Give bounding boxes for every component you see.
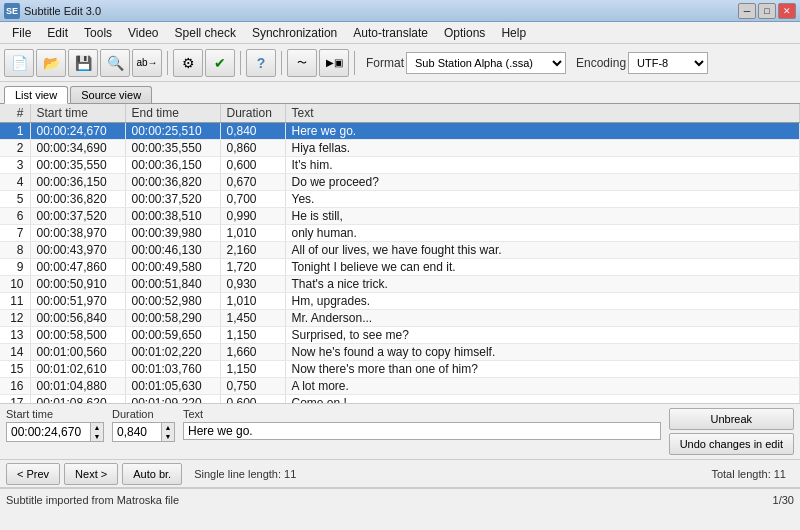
cell-num: 13 [0, 327, 30, 344]
check-button[interactable]: ✔ [205, 49, 235, 77]
cell-num: 17 [0, 395, 30, 405]
col-header-end: End time [125, 104, 220, 123]
table-row[interactable]: 17 00:01:08,620 00:01:09,220 0,600 Come … [0, 395, 800, 405]
table-row[interactable]: 11 00:00:51,970 00:00:52,980 1,010 Hm, u… [0, 293, 800, 310]
new-button[interactable]: 📄 [4, 49, 34, 77]
help-icon-button[interactable]: ? [246, 49, 276, 77]
save-button[interactable]: 💾 [68, 49, 98, 77]
cell-end: 00:00:36,150 [125, 157, 220, 174]
duration-input-wrapper: ▲ ▼ [112, 422, 175, 442]
text-group: Text [183, 408, 661, 440]
cell-start: 00:01:04,880 [30, 378, 125, 395]
text-edit-input[interactable] [183, 422, 661, 440]
start-time-down[interactable]: ▼ [91, 432, 103, 441]
table-row[interactable]: 16 00:01:04,880 00:01:05,630 0,750 A lot… [0, 378, 800, 395]
col-header-text: Text [285, 104, 800, 123]
table-row[interactable]: 14 00:01:00,560 00:01:02,220 1,660 Now h… [0, 344, 800, 361]
cell-text: Mr. Anderson... [285, 310, 800, 327]
start-time-spinner[interactable]: ▲ ▼ [91, 422, 104, 442]
start-time-input[interactable] [6, 422, 91, 442]
cell-text: Tonight I believe we can end it. [285, 259, 800, 276]
cell-end: 00:00:25,510 [125, 123, 220, 140]
video-button[interactable]: ▶▣ [319, 49, 349, 77]
cell-text: Now there's more than one of him? [285, 361, 800, 378]
minimize-button[interactable]: ─ [738, 3, 756, 19]
encoding-select[interactable]: UTF-8 [628, 52, 708, 74]
encoding-label: Encoding [576, 56, 626, 70]
cell-start: 00:00:47,860 [30, 259, 125, 276]
total-length: Total length: 11 [711, 468, 786, 480]
cell-start: 00:00:36,820 [30, 191, 125, 208]
cell-duration: 1,450 [220, 310, 285, 327]
cell-end: 00:00:35,550 [125, 140, 220, 157]
format-select[interactable]: Sub Station Alpha (.ssa) [406, 52, 566, 74]
cell-start: 00:00:38,970 [30, 225, 125, 242]
open-button[interactable]: 📂 [36, 49, 66, 77]
start-time-label: Start time [6, 408, 104, 420]
table-row[interactable]: 10 00:00:50,910 00:00:51,840 0,930 That'… [0, 276, 800, 293]
prev-button[interactable]: < Prev [6, 463, 60, 485]
cell-end: 00:00:37,520 [125, 191, 220, 208]
table-row[interactable]: 1 00:00:24,670 00:00:25,510 0,840 Here w… [0, 123, 800, 140]
duration-input[interactable] [112, 422, 162, 442]
cell-end: 00:00:36,820 [125, 174, 220, 191]
table-row[interactable]: 12 00:00:56,840 00:00:58,290 1,450 Mr. A… [0, 310, 800, 327]
app-icon: SE [4, 3, 20, 19]
table-row[interactable]: 6 00:00:37,520 00:00:38,510 0,990 He is … [0, 208, 800, 225]
cell-duration: 0,990 [220, 208, 285, 225]
col-header-num: # [0, 104, 30, 123]
cell-num: 12 [0, 310, 30, 327]
toolbar-separator-2 [240, 51, 241, 75]
navigation-area: < Prev Next > Auto br. Single line lengt… [0, 460, 800, 488]
menu-spellcheck[interactable]: Spell check [167, 24, 244, 42]
menu-help[interactable]: Help [493, 24, 534, 42]
toolbar-separator-1 [167, 51, 168, 75]
start-time-input-wrapper: ▲ ▼ [6, 422, 104, 442]
cell-start: 00:00:51,970 [30, 293, 125, 310]
menu-edit[interactable]: Edit [39, 24, 76, 42]
table-row[interactable]: 5 00:00:36,820 00:00:37,520 0,700 Yes. [0, 191, 800, 208]
edit-buttons: Unbreak Undo changes in edit [669, 408, 794, 455]
unbreak-button[interactable]: Unbreak [669, 408, 794, 430]
text-label: Text [183, 408, 661, 420]
next-button[interactable]: Next > [64, 463, 118, 485]
auto-br-button[interactable]: Auto br. [122, 463, 182, 485]
cell-duration: 1,010 [220, 293, 285, 310]
duration-up[interactable]: ▲ [162, 423, 174, 432]
menu-synchronization[interactable]: Synchronization [244, 24, 345, 42]
cell-end: 00:01:03,760 [125, 361, 220, 378]
table-row[interactable]: 2 00:00:34,690 00:00:35,550 0,860 Hiya f… [0, 140, 800, 157]
table-row[interactable]: 9 00:00:47,860 00:00:49,580 1,720 Tonigh… [0, 259, 800, 276]
format-label: Format [366, 56, 404, 70]
menu-options[interactable]: Options [436, 24, 493, 42]
cell-text: A lot more. [285, 378, 800, 395]
cell-end: 00:00:49,580 [125, 259, 220, 276]
find-button[interactable]: 🔍 [100, 49, 130, 77]
cell-end: 00:01:02,220 [125, 344, 220, 361]
duration-down[interactable]: ▼ [162, 432, 174, 441]
table-row[interactable]: 4 00:00:36,150 00:00:36,820 0,670 Do we … [0, 174, 800, 191]
subtitle-table-area: # Start time End time Duration Text 1 00… [0, 104, 800, 404]
table-row[interactable]: 13 00:00:58,500 00:00:59,650 1,150 Surpr… [0, 327, 800, 344]
menu-tools[interactable]: Tools [76, 24, 120, 42]
tab-list-view[interactable]: List view [4, 86, 68, 104]
settings-button[interactable]: ⚙ [173, 49, 203, 77]
table-row[interactable]: 7 00:00:38,970 00:00:39,980 1,010 only h… [0, 225, 800, 242]
cell-start: 00:00:36,150 [30, 174, 125, 191]
table-row[interactable]: 3 00:00:35,550 00:00:36,150 0,600 It's h… [0, 157, 800, 174]
menu-file[interactable]: File [4, 24, 39, 42]
start-time-up[interactable]: ▲ [91, 423, 103, 432]
menu-bar: File Edit Tools Video Spell check Synchr… [0, 22, 800, 44]
menu-video[interactable]: Video [120, 24, 166, 42]
undo-changes-button[interactable]: Undo changes in edit [669, 433, 794, 455]
table-row[interactable]: 15 00:01:02,610 00:01:03,760 1,150 Now t… [0, 361, 800, 378]
maximize-button[interactable]: □ [758, 3, 776, 19]
table-row[interactable]: 8 00:00:43,970 00:00:46,130 2,160 All of… [0, 242, 800, 259]
duration-spinner[interactable]: ▲ ▼ [162, 422, 175, 442]
menu-autotranslate[interactable]: Auto-translate [345, 24, 436, 42]
close-button[interactable]: ✕ [778, 3, 796, 19]
waveform-button[interactable]: 〜 [287, 49, 317, 77]
replace-button[interactable]: ab→ [132, 49, 162, 77]
cell-start: 00:01:02,610 [30, 361, 125, 378]
tab-source-view[interactable]: Source view [70, 86, 152, 103]
